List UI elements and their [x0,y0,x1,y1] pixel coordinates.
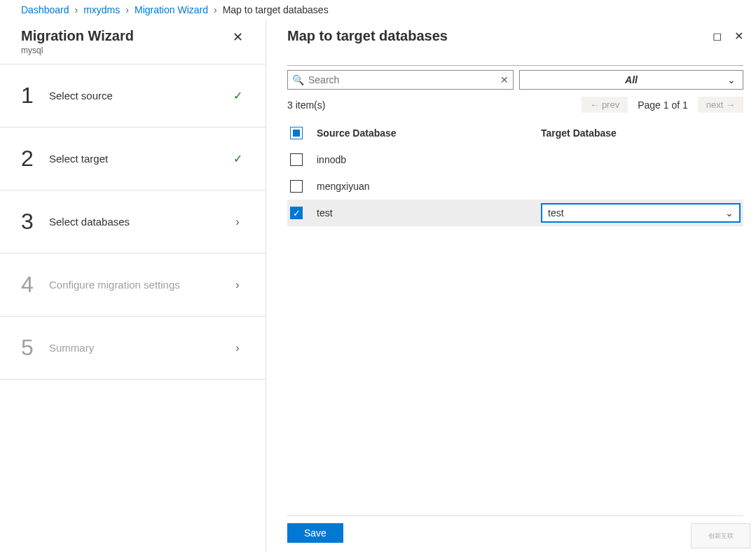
search-icon: 🔍 [292,74,304,85]
table-row[interactable]: ✓ test test ⌄ [287,200,743,226]
main-panel: Map to target databases ◻ ✕ 🔍 ✕ All ⌄ 3 … [266,20,756,551]
prev-button[interactable]: ← prev [582,97,628,113]
save-button[interactable]: Save [287,523,343,543]
step-number: 5 [21,335,49,361]
breadcrumb-link[interactable]: Migration Wizard [135,4,208,15]
check-icon: ✓ [231,152,245,165]
step-label: Select target [49,153,231,165]
table-row[interactable]: innodb [287,146,743,173]
page-title: Map to target databases [287,28,448,44]
check-icon: ✓ [231,89,245,102]
breadcrumb-current: Map to target databases [223,4,329,15]
breadcrumb-link[interactable]: mxydms [83,4,120,15]
step-label: Select databases [49,216,231,228]
chevron-right-icon: › [214,4,217,15]
chevron-down-icon: ⌄ [727,74,736,85]
item-count: 3 item(s) [287,99,325,111]
chevron-right-icon: › [75,4,78,15]
select-all-checkbox[interactable] [290,127,303,139]
target-db-value: test [548,207,564,219]
chevron-right-icon: › [231,342,245,354]
step-number: 2 [21,146,49,172]
chevron-down-icon: ⌄ [725,207,734,219]
source-db-name: mengxiyuan [317,181,541,192]
chevron-right-icon: › [231,279,245,291]
row-checkbox[interactable] [290,153,303,166]
breadcrumb-link[interactable]: Dashboard [21,4,69,15]
wizard-step-select-target[interactable]: 2 Select target ✓ [0,127,266,191]
filter-label: All [625,74,638,85]
watermark-logo: 创新互联 [691,523,750,548]
column-source: Source Database [317,127,541,139]
step-label: Configure migration settings [49,279,231,291]
page-status: Page 1 of 1 [638,99,688,111]
column-target: Target Database [541,127,743,139]
sidebar-title: Migration Wizard [21,28,134,44]
restore-icon[interactable]: ◻ [713,29,722,43]
close-icon[interactable]: ✕ [734,29,743,43]
wizard-step-select-databases[interactable]: 3 Select databases › [0,191,266,254]
close-icon[interactable]: ✕ [231,28,245,46]
step-label: Select source [49,90,231,102]
search-field[interactable] [308,74,500,85]
source-db-name: test [317,207,541,219]
step-number: 3 [21,209,49,235]
next-button[interactable]: next → [698,97,743,113]
search-input[interactable]: 🔍 ✕ [287,70,514,90]
step-number: 1 [21,83,49,109]
step-label: Summary [49,342,231,354]
table-header: Source Database Target Database [287,120,743,146]
wizard-sidebar: Migration Wizard mysql ✕ 1 Select source… [0,20,266,551]
breadcrumb: Dashboard › mxydms › Migration Wizard › … [0,0,756,20]
chevron-right-icon: › [231,216,245,228]
wizard-step-select-source[interactable]: 1 Select source ✓ [0,64,266,127]
wizard-step-summary[interactable]: 5 Summary › [0,317,266,380]
table-row[interactable]: mengxiyuan [287,173,743,200]
filter-dropdown[interactable]: All ⌄ [519,70,743,90]
clear-icon[interactable]: ✕ [500,74,509,85]
sidebar-subtitle: mysql [21,46,134,55]
row-checkbox[interactable]: ✓ [290,207,303,219]
row-checkbox[interactable] [290,180,303,193]
step-number: 4 [21,272,49,298]
source-db-name: innodb [317,154,541,165]
divider [287,65,743,66]
chevron-right-icon: › [125,4,129,15]
database-table: Source Database Target Database innodb m… [287,120,743,226]
target-db-dropdown[interactable]: test ⌄ [541,203,741,223]
wizard-step-configure-settings[interactable]: 4 Configure migration settings › [0,254,266,317]
